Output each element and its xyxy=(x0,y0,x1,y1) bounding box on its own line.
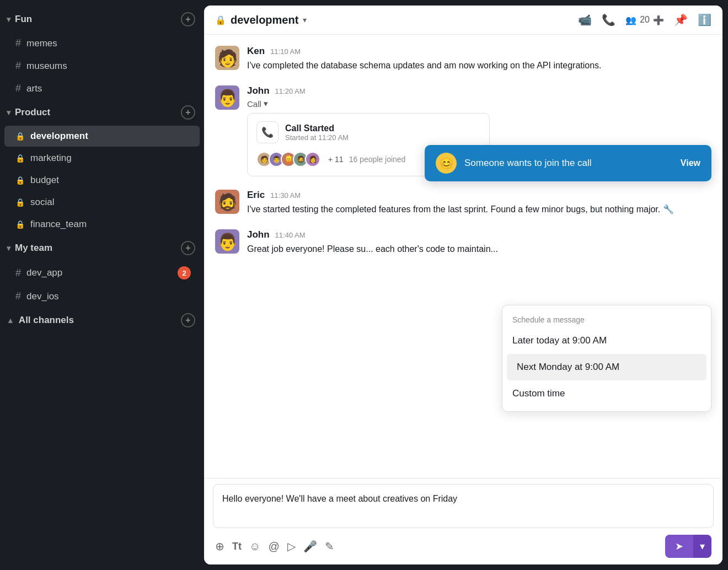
send-btn-group: ➤ ▾ xyxy=(665,535,711,558)
sidebar-item-dev-ios-label: dev_ios xyxy=(26,291,191,302)
toolbar-gif-icon[interactable]: ▷ xyxy=(287,540,296,553)
sidebar-item-memes[interactable]: # memes xyxy=(4,33,200,54)
schedule-option-custom-time[interactable]: Custom time xyxy=(502,380,711,407)
sidebar-item-budget-label: budget xyxy=(30,175,191,186)
sidebar-item-finance-team[interactable]: 🔒 finance_team xyxy=(4,214,200,235)
sidebar-section-all-channels-label: All channels xyxy=(19,315,74,326)
channel-dropdown-icon[interactable]: ▾ xyxy=(303,15,307,24)
add-all-channels-button[interactable]: + xyxy=(181,313,195,327)
msg-content-eric: Eric 11:30 AM I've started testing the c… xyxy=(247,190,711,216)
toolbar-text-format-icon[interactable]: Tt xyxy=(232,541,242,552)
pin-icon[interactable]: 📌 xyxy=(674,13,688,26)
send-button[interactable]: ➤ xyxy=(665,535,693,558)
sidebar-item-memes-label: memes xyxy=(26,38,191,49)
msg-time-ken: 11:10 AM xyxy=(270,47,301,56)
chevron-icon-fun: ▾ xyxy=(7,15,10,24)
toolbar: ⊕ Tt ☺ @ ▷ 🎤 ✎ ➤ ▾ xyxy=(213,533,714,558)
sidebar-section-my-team[interactable]: ▾ My team + xyxy=(0,235,204,261)
members-count[interactable]: 👥 20 ➕ xyxy=(625,15,664,25)
message-input-box[interactable]: Hello everyone! We'll have a meet about … xyxy=(213,484,714,528)
dev-app-badge: 2 xyxy=(178,266,191,279)
msg-content-ken: Ken 11:10 AM I've completed the database… xyxy=(247,46,711,72)
sidebar-item-social[interactable]: 🔒 social xyxy=(4,192,200,213)
avatar-ken: 🧑 xyxy=(215,46,239,70)
notif-text: Someone wants to join the call xyxy=(464,158,673,169)
sidebar-item-marketing-label: marketing xyxy=(30,153,191,164)
msg-text-john-2: Great job everyone! Please su... each ot… xyxy=(247,243,711,256)
add-fun-button[interactable]: + xyxy=(181,12,195,26)
info-icon[interactable]: ℹ️ xyxy=(698,13,711,26)
send-dropdown-icon: ▾ xyxy=(700,540,705,552)
sidebar-item-dev-app-label: dev_app xyxy=(26,267,172,278)
toolbar-write-icon[interactable]: ✎ xyxy=(325,540,334,553)
p-avatar-5: 👩 xyxy=(305,152,320,167)
sidebar-section-product-label: Product xyxy=(15,107,50,118)
send-dropdown-button[interactable]: ▾ xyxy=(693,535,711,558)
lock-icon-marketing: 🔒 xyxy=(15,154,25,163)
msg-author-eric: Eric xyxy=(247,190,265,201)
call-label: Call ▾ xyxy=(247,99,711,109)
toolbar-plus-icon[interactable]: ⊕ xyxy=(215,540,224,553)
hash-icon-arts: # xyxy=(15,83,21,94)
sidebar-section-fun-label: Fun xyxy=(15,14,32,25)
sidebar-section-product[interactable]: ▾ Product + xyxy=(0,100,204,125)
toolbar-mic-icon[interactable]: 🎤 xyxy=(303,540,317,553)
schedule-option-next-monday[interactable]: Next Monday at 9:00 AM xyxy=(507,354,706,380)
sidebar-item-arts[interactable]: # arts xyxy=(4,78,200,99)
sidebar-item-dev-ios[interactable]: # dev_ios xyxy=(4,286,200,307)
schedule-option-later-today[interactable]: Later today at 9:00 AM xyxy=(502,327,711,354)
chevron-icon-all-channels: ▲ xyxy=(7,316,14,325)
members-icon: 👥 xyxy=(625,15,636,25)
sidebar-item-development-label: development xyxy=(30,131,191,142)
avatar-john-2: 👨 xyxy=(215,229,239,254)
call-label-text: Call xyxy=(247,99,261,109)
chat-header: 🔒 development ▾ 📹 📞 👥 20 ➕ 📌 ℹ️ xyxy=(204,6,722,35)
lock-icon-finance-team: 🔒 xyxy=(15,220,25,229)
sidebar: ▾ Fun + # memes # museums # arts ▾ Produ… xyxy=(0,0,204,570)
msg-author-john-2: John xyxy=(247,229,270,240)
lock-icon-budget: 🔒 xyxy=(15,176,25,185)
channel-lock-icon: 🔒 xyxy=(215,15,226,25)
channel-title: development xyxy=(231,14,298,26)
msg-content-john-2: John 11:40 AM Great job everyone! Please… xyxy=(247,229,711,256)
sidebar-item-dev-app[interactable]: # dev_app 2 xyxy=(4,261,200,284)
sidebar-section-fun[interactable]: ▾ Fun + xyxy=(0,7,204,32)
video-icon[interactable]: 📹 xyxy=(578,13,592,26)
notif-view-button[interactable]: View xyxy=(681,158,700,168)
msg-author-ken: Ken xyxy=(247,46,265,57)
call-title: Call Started xyxy=(285,123,349,133)
toolbar-mention-icon[interactable]: @ xyxy=(268,540,279,553)
hash-icon-memes: # xyxy=(15,37,21,49)
msg-time-eric: 11:30 AM xyxy=(270,191,301,200)
sidebar-item-museums[interactable]: # museums xyxy=(4,55,200,77)
hash-icon-dev-ios: # xyxy=(15,291,21,302)
schedule-title: Schedule a message xyxy=(502,310,711,327)
call-dropdown-icon[interactable]: ▾ xyxy=(264,99,268,109)
avatar-john-1: 👨 xyxy=(215,85,239,110)
schedule-dropdown: Schedule a message Later today at 9:00 A… xyxy=(502,305,711,412)
message-input-text: Hello everyone! We'll have a meet about … xyxy=(222,492,704,506)
message-ken: 🧑 Ken 11:10 AM I've completed the databa… xyxy=(215,46,711,72)
send-icon: ➤ xyxy=(675,540,683,552)
sidebar-item-budget[interactable]: 🔒 budget xyxy=(4,170,200,191)
members-count-label: 20 xyxy=(640,15,650,25)
sidebar-item-arts-label: arts xyxy=(26,83,191,94)
notification-banner: 😊 Someone wants to join the call View xyxy=(425,145,711,181)
sidebar-item-marketing[interactable]: 🔒 marketing xyxy=(4,148,200,169)
sidebar-item-development[interactable]: 🔒 development xyxy=(4,126,200,147)
add-member-icon[interactable]: ➕ xyxy=(653,15,664,25)
phone-icon[interactable]: 📞 xyxy=(602,13,615,26)
messages-area: 🧑 Ken 11:10 AM I've completed the databa… xyxy=(204,35,722,478)
add-product-button[interactable]: + xyxy=(181,105,195,120)
input-area: Hello everyone! We'll have a meet about … xyxy=(204,478,722,564)
sidebar-section-all-channels[interactable]: ▲ All channels + xyxy=(0,308,204,333)
toolbar-emoji-icon[interactable]: ☺ xyxy=(249,540,260,553)
lock-icon-development: 🔒 xyxy=(15,132,25,141)
plus-count: + 11 xyxy=(328,155,344,164)
hash-icon-dev-app: # xyxy=(15,267,21,279)
sidebar-item-museums-label: museums xyxy=(26,61,191,72)
add-my-team-button[interactable]: + xyxy=(181,241,195,255)
lock-icon-social: 🔒 xyxy=(15,198,25,207)
chevron-icon-my-team: ▾ xyxy=(7,244,10,252)
msg-time-john-2: 11:40 AM xyxy=(275,231,306,239)
